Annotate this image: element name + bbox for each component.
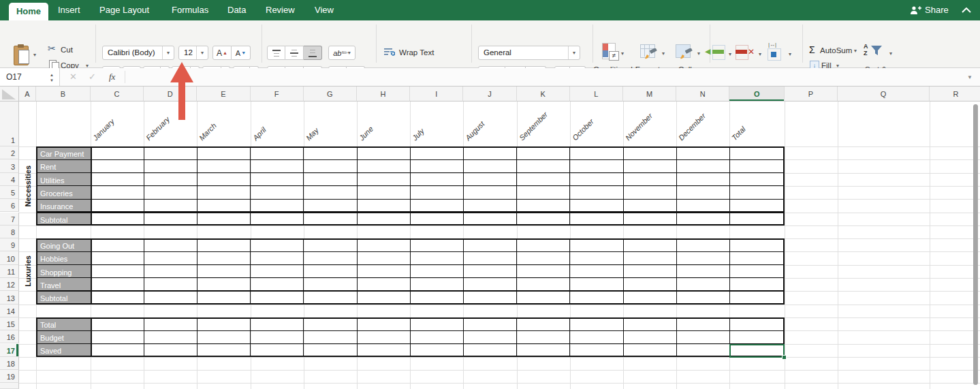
select-all-corner[interactable]	[0, 87, 19, 102]
number-format-select[interactable]: General ▾	[478, 46, 580, 60]
conditional-formatting-icon[interactable]: ≠	[601, 43, 618, 61]
row-header-13[interactable]: 13	[0, 291, 19, 304]
row-header-2[interactable]: 2	[0, 146, 19, 159]
name-box[interactable]: O17 ▲▼	[0, 68, 60, 86]
column-header-K[interactable]: K	[517, 87, 570, 102]
insert-cells-icon[interactable]: ◀	[706, 45, 725, 60]
column-header-N[interactable]: N	[676, 87, 729, 102]
selection-fill-handle[interactable]	[782, 355, 787, 360]
column-header-H[interactable]: H	[357, 87, 410, 102]
decrease-font-button[interactable]: A▼	[232, 46, 251, 60]
delete-cells-dropdown[interactable]: ▾	[759, 51, 761, 57]
month-header-july[interactable]: July	[410, 126, 426, 142]
column-header-C[interactable]: C	[91, 87, 144, 102]
row-header-4[interactable]: 4	[0, 173, 19, 186]
group-label-necessities[interactable]: Necessities	[19, 146, 36, 225]
row-label-subtotal[interactable]: Subtotal	[37, 214, 91, 227]
column-header-R[interactable]: R	[930, 87, 980, 102]
tab-review[interactable]: Review	[266, 0, 295, 20]
column-header-J[interactable]: J	[463, 87, 516, 102]
month-header-february[interactable]: February	[144, 114, 172, 142]
column-header-D[interactable]: D	[144, 87, 197, 102]
conditional-formatting-dropdown[interactable]: ▾	[621, 50, 624, 57]
cancel-icon[interactable]: ✕	[69, 68, 77, 86]
row-header-8[interactable]: 8	[0, 225, 19, 238]
column-header-A[interactable]: A	[19, 87, 36, 102]
align-top-button[interactable]	[267, 46, 285, 60]
row-header-10[interactable]: 10	[0, 251, 19, 264]
collapse-ribbon-chevron-icon[interactable]	[962, 7, 971, 13]
column-header-P[interactable]: P	[785, 87, 838, 102]
tab-home[interactable]: Home	[9, 3, 48, 20]
total-column-header[interactable]: Total	[729, 125, 747, 142]
month-header-december[interactable]: December	[676, 111, 708, 142]
row-header-1[interactable]: 1	[0, 102, 19, 146]
column-header-B[interactable]: B	[36, 87, 91, 102]
row-header-19[interactable]: 19	[0, 370, 19, 383]
paste-dropdown[interactable]: ▾	[33, 52, 36, 58]
wrap-text-button[interactable]: Wrap Text	[399, 48, 434, 57]
column-header-Q[interactable]: Q	[838, 87, 930, 102]
formula-bar-expand-dropdown[interactable]: ▼	[967, 74, 973, 80]
row-label-saved[interactable]: Saved	[37, 345, 91, 358]
group-label-luxuries[interactable]: Luxuries	[19, 238, 36, 305]
font-family-select[interactable]: Calibri (Body) ▾	[102, 46, 174, 60]
month-header-april[interactable]: April	[251, 125, 268, 142]
align-bottom-button[interactable]	[304, 46, 322, 60]
name-box-stepper[interactable]: ▲▼	[50, 68, 54, 83]
row-label-subtotal[interactable]: Subtotal	[37, 292, 91, 305]
tab-data[interactable]: Data	[227, 0, 246, 20]
column-header-G[interactable]: G	[304, 87, 357, 102]
font-size-select[interactable]: 12 ▾	[178, 46, 208, 60]
column-header-F[interactable]: F	[251, 87, 304, 102]
insert-cells-dropdown[interactable]: ▾	[729, 51, 731, 57]
row-header-5[interactable]: 5	[0, 186, 19, 199]
cell-styles-icon[interactable]	[676, 43, 695, 61]
font-size-dropdown[interactable]: ▾	[201, 50, 204, 56]
row-header-12[interactable]: 12	[0, 278, 19, 291]
autosum-dropdown[interactable]: ▾	[854, 48, 857, 54]
row-header-18[interactable]: 18	[0, 357, 19, 370]
tab-formulas[interactable]: Formulas	[172, 0, 208, 20]
month-header-august[interactable]: August	[463, 119, 486, 142]
selected-cell-O17[interactable]	[729, 344, 785, 358]
format-cells-dropdown[interactable]: ▾	[789, 51, 791, 57]
column-header-L[interactable]: L	[570, 87, 623, 102]
month-header-november[interactable]: November	[623, 111, 654, 142]
row-header-17[interactable]: 17	[0, 344, 19, 357]
insert-function-icon[interactable]: fx	[109, 68, 115, 86]
row-header-3[interactable]: 3	[0, 159, 19, 172]
font-family-dropdown[interactable]: ▾	[167, 50, 170, 56]
cut-button[interactable]: Cut	[61, 46, 73, 54]
align-middle-button[interactable]	[285, 46, 304, 60]
delete-cells-icon[interactable]: ✕	[736, 45, 755, 60]
month-header-september[interactable]: September	[517, 110, 550, 142]
autosum-button[interactable]: AutoSum	[820, 46, 852, 55]
column-header-I[interactable]: I	[410, 87, 463, 102]
month-header-may[interactable]: May	[304, 125, 321, 142]
number-format-dropdown[interactable]: ▾	[573, 50, 575, 56]
column-header-E[interactable]: E	[197, 87, 250, 102]
row-header-14[interactable]: 14	[0, 305, 19, 317]
month-header-january[interactable]: January	[91, 116, 116, 142]
orientation-button[interactable]: ab ✎ ▾	[328, 46, 355, 60]
vertical-scrollbar[interactable]	[973, 104, 978, 385]
tab-page-layout[interactable]: Page Layout	[99, 0, 149, 20]
format-as-table-icon[interactable]	[640, 43, 659, 61]
month-header-october[interactable]: October	[570, 116, 596, 142]
increase-font-button[interactable]: A▲	[212, 46, 232, 60]
row-header-7[interactable]: 7	[0, 213, 19, 225]
column-header-O[interactable]: O	[729, 87, 785, 102]
paste-icon[interactable]	[12, 44, 30, 66]
row-header-6[interactable]: 6	[0, 199, 19, 212]
sort-filter-icon[interactable]: AZ	[864, 43, 888, 61]
format-as-table-dropdown[interactable]: ▾	[662, 50, 665, 57]
enter-icon[interactable]: ✓	[89, 68, 96, 86]
share-button[interactable]: Share	[910, 0, 952, 20]
row-header-11[interactable]: 11	[0, 265, 19, 278]
format-cells-icon[interactable]: |↔|	[767, 44, 785, 60]
formula-input[interactable]	[127, 68, 960, 86]
tab-view[interactable]: View	[315, 0, 334, 20]
row-header-16[interactable]: 16	[0, 330, 19, 343]
cell-styles-dropdown[interactable]: ▾	[697, 50, 700, 57]
